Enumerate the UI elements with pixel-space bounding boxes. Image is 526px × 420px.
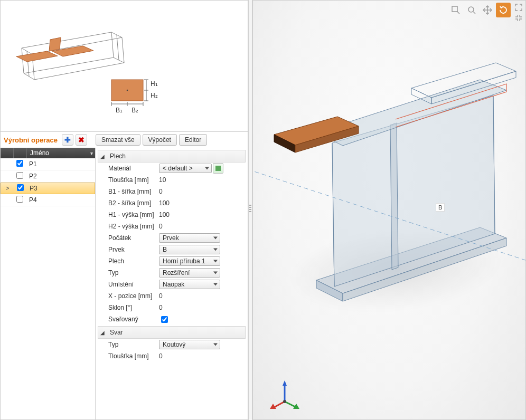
row-checkbox[interactable] xyxy=(16,196,23,203)
group-weld[interactable]: ◢ Svar xyxy=(98,326,246,339)
collapse-icon[interactable] xyxy=(514,13,523,23)
svg-line-51 xyxy=(457,11,459,14)
b2-value[interactable]: 100 xyxy=(159,199,246,207)
prop-weld-type: Typ Koutový xyxy=(98,339,246,350)
prop-weld-thk: Tloušťka [mm] 0 xyxy=(98,350,246,362)
prop-h2: H2 - výška [mm] 0 xyxy=(98,221,246,232)
left-panel: H₁ H₂ B₁ B₂ Výrobní operace ✚ ✖ Smazat v… xyxy=(0,0,248,420)
row-checkbox-cell xyxy=(13,160,26,168)
prop-b1: B1 - šířka [mm] 0 xyxy=(98,186,246,197)
viewport[interactable]: B xyxy=(252,0,526,420)
prop-plate: Plech Horní příruba 1 xyxy=(98,255,246,267)
welded-checkbox[interactable] xyxy=(161,316,168,323)
origin-combo[interactable]: Prvek xyxy=(159,233,220,243)
remove-button[interactable]: ✖ xyxy=(76,134,87,146)
row-checkbox-cell xyxy=(14,184,26,193)
svg-marker-44 xyxy=(283,380,287,386)
prop-x: X - pozice [mm] 0 xyxy=(98,290,246,302)
svg-text:B₁: B₁ xyxy=(116,107,123,114)
location-combo[interactable]: Naopak xyxy=(159,280,220,289)
calculate-button[interactable]: Výpočet xyxy=(143,134,177,146)
disclosure-icon: ◢ xyxy=(100,330,107,336)
h1-value[interactable]: 100 xyxy=(159,211,246,218)
row-name: P2 xyxy=(26,173,95,180)
pan-icon[interactable] xyxy=(480,3,495,17)
prop-location: Umístění Naopak xyxy=(98,279,246,290)
type-combo[interactable]: Rozšíření xyxy=(159,268,220,278)
plate-combo[interactable]: Horní příruba 1 xyxy=(159,256,220,266)
group-plate[interactable]: ◢ Plech xyxy=(98,150,246,163)
operation-list: Jméno ▾ P1P2>P3P4 xyxy=(1,148,96,419)
svg-line-6 xyxy=(111,32,114,58)
list-header-label: Jméno xyxy=(30,149,49,157)
svg-point-52 xyxy=(468,7,474,12)
rotate-icon[interactable] xyxy=(496,3,511,17)
member-label-b: B xyxy=(436,203,445,212)
h2-value[interactable]: 0 xyxy=(159,223,246,230)
svg-line-53 xyxy=(473,12,475,14)
prop-type: Typ Rozšíření xyxy=(98,267,246,279)
property-grid: ◢ Plech Materiál < default > Tloušťka [m… xyxy=(96,148,248,419)
prop-h1: H1 - výška [mm] 100 xyxy=(98,209,246,221)
svg-point-12 xyxy=(127,90,128,91)
material-manager-icon[interactable] xyxy=(213,163,223,174)
prop-origin: Počátek Prvek xyxy=(98,232,246,244)
member-combo[interactable]: B xyxy=(159,245,220,254)
thickness-value[interactable]: 10 xyxy=(159,176,246,184)
axis-gizmo xyxy=(269,379,300,411)
add-button[interactable]: ✚ xyxy=(62,134,73,146)
prop-welded: Svařovaný xyxy=(98,313,246,325)
filter-icon[interactable]: ▾ xyxy=(90,150,93,156)
row-checkbox-cell xyxy=(13,172,26,180)
splitter[interactable] xyxy=(248,0,252,420)
row-name: P4 xyxy=(26,196,95,204)
svg-point-49 xyxy=(283,400,286,403)
row-checkbox-cell xyxy=(13,196,26,204)
weld-type-combo[interactable]: Koutový xyxy=(159,340,220,349)
svg-line-4 xyxy=(22,48,24,73)
svg-text:H₂: H₂ xyxy=(151,92,158,99)
row-name: P3 xyxy=(26,185,95,192)
delete-all-button[interactable]: Smazat vše xyxy=(96,134,140,146)
viewport-toolbar xyxy=(448,3,523,23)
plus-icon: ✚ xyxy=(64,136,71,144)
x-value[interactable]: 0 xyxy=(159,292,246,300)
svg-marker-10 xyxy=(49,37,61,51)
svg-line-3 xyxy=(117,35,119,60)
list-row[interactable]: P1 xyxy=(1,158,95,170)
slope-value[interactable]: 0 xyxy=(159,304,246,311)
row-checkbox[interactable] xyxy=(16,160,23,167)
zoom-icon[interactable] xyxy=(464,3,479,17)
svg-line-7 xyxy=(122,37,124,63)
disclosure-icon: ◢ xyxy=(100,154,107,159)
weld-thk-value[interactable]: 0 xyxy=(159,352,246,360)
diagram-zone: H₁ H₂ B₁ B₂ xyxy=(1,1,248,132)
row-checkbox[interactable] xyxy=(16,172,23,179)
prop-member: Prvek B xyxy=(98,244,246,255)
ops-toolbar: Výrobní operace ✚ ✖ Smazat vše Výpočet E… xyxy=(1,132,248,148)
prop-material: Materiál < default > xyxy=(98,163,246,174)
row-name: P1 xyxy=(26,160,95,168)
row-checkbox[interactable] xyxy=(17,184,24,191)
list-header: Jméno ▾ xyxy=(1,148,95,158)
svg-rect-27 xyxy=(215,166,221,171)
svg-rect-50 xyxy=(452,6,457,12)
svg-text:B₂: B₂ xyxy=(132,107,138,114)
ops-title: Výrobní operace xyxy=(4,136,58,144)
material-combo[interactable]: < default > xyxy=(159,164,212,173)
row-indicator: > xyxy=(1,185,14,192)
zoom-window-icon[interactable] xyxy=(448,3,463,17)
list-row[interactable]: >P3 xyxy=(1,183,95,194)
prop-slope: Sklon [°] 0 xyxy=(98,302,246,313)
svg-marker-34 xyxy=(390,123,398,270)
editor-button[interactable]: Editor xyxy=(179,134,207,146)
list-row[interactable]: P2 xyxy=(1,170,95,183)
b1-value[interactable]: 0 xyxy=(159,188,246,195)
prop-thickness: Tloušťka [mm] 10 xyxy=(98,174,246,186)
svg-text:H₁: H₁ xyxy=(151,80,158,88)
x-icon: ✖ xyxy=(78,136,84,144)
prop-b2: B2 - šířka [mm] 100 xyxy=(98,197,246,209)
expand-icon[interactable] xyxy=(514,3,523,12)
list-row[interactable]: P4 xyxy=(1,194,95,206)
